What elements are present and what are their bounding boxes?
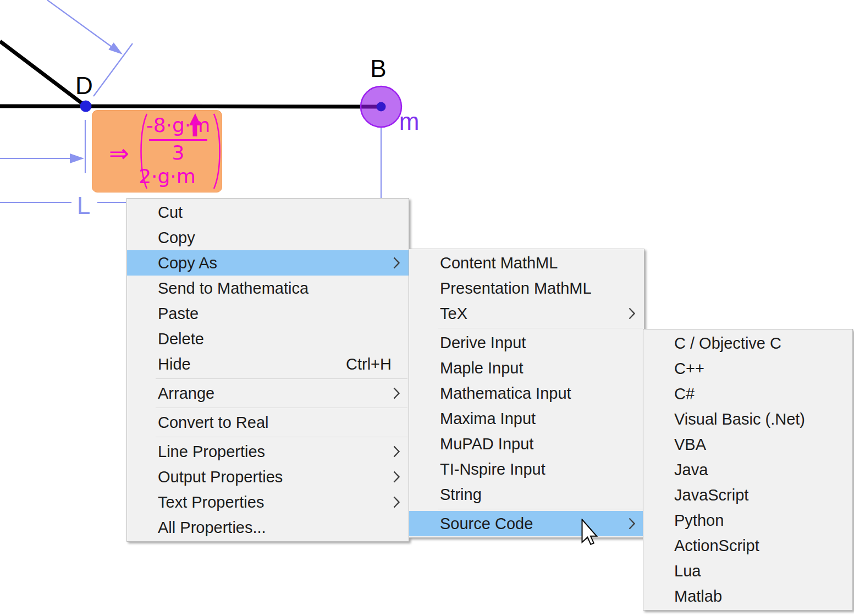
menu-item-c[interactable]: C# bbox=[643, 381, 852, 406]
menu-item-python[interactable]: Python bbox=[643, 508, 852, 533]
copy-as-submenu: Content MathML Presentation MathML TeX D… bbox=[409, 249, 644, 538]
menu-item-line-properties[interactable]: Line Properties bbox=[127, 439, 409, 464]
horizontal-beam[interactable] bbox=[0, 106, 381, 107]
menu-item-delete[interactable]: Delete bbox=[127, 326, 409, 351]
menu-item-presentation-mathml[interactable]: Presentation MathML bbox=[409, 276, 644, 301]
submenu-chevron-icon bbox=[393, 257, 400, 269]
menu-item-source-code[interactable]: Source Code bbox=[409, 511, 644, 536]
menu-item-lua[interactable]: Lua bbox=[643, 558, 852, 584]
implies-symbol: ⇒ bbox=[109, 141, 129, 166]
shortcut-label: Ctrl+H bbox=[346, 351, 392, 377]
menu-item-ti-nspire-input[interactable]: TI-Nspire Input bbox=[409, 457, 644, 482]
mouse-cursor-icon bbox=[581, 519, 598, 546]
menu-item-output-properties[interactable]: Output Properties bbox=[127, 464, 409, 490]
length-label: L bbox=[77, 192, 90, 219]
menu-item-cut[interactable]: Cut bbox=[127, 200, 409, 225]
menu-item-visual-basic-net[interactable]: Visual Basic (.Net) bbox=[643, 406, 852, 432]
horizontal-dimension-arrow bbox=[0, 120, 85, 173]
menu-item-convert-to-real[interactable]: Convert to Real bbox=[127, 410, 409, 435]
submenu-chevron-icon bbox=[393, 496, 400, 508]
menu-item-paste[interactable]: Paste bbox=[127, 301, 409, 326]
menu-item-string[interactable]: String bbox=[409, 482, 644, 507]
menu-item-text-properties[interactable]: Text Properties bbox=[127, 490, 409, 515]
submenu-chevron-icon bbox=[393, 471, 400, 483]
menu-item-actionscript[interactable]: ActionScript bbox=[643, 533, 852, 558]
menu-item-java[interactable]: Java bbox=[643, 457, 852, 482]
submenu-chevron-icon bbox=[393, 387, 400, 399]
menu-item-derive-input[interactable]: Derive Input bbox=[409, 330, 644, 355]
submenu-chevron-icon bbox=[629, 307, 636, 320]
menu-item-copy-as[interactable]: Copy As bbox=[127, 250, 409, 276]
submenu-chevron-icon bbox=[393, 446, 400, 458]
menu-item-c[interactable]: C++ bbox=[643, 356, 852, 381]
point-d-label: D bbox=[75, 72, 93, 99]
menu-item-matlab[interactable]: Matlab bbox=[643, 584, 852, 609]
menu-item-c-objective-c[interactable]: C / Objective C bbox=[643, 331, 852, 356]
selected-result-box[interactable]: ⇒ -8·g·m 3 2·g·m bbox=[92, 110, 222, 193]
context-menu: Cut Copy Copy As Send to Mathematica Pas… bbox=[126, 198, 409, 542]
source-code-submenu: C / Objective C C++ C# Visual Basic (.Ne… bbox=[643, 329, 853, 610]
menu-item-maxima-input[interactable]: Maxima Input bbox=[409, 406, 644, 431]
fraction-denominator: 3 bbox=[141, 142, 216, 163]
menu-item-maple-input[interactable]: Maple Input bbox=[409, 355, 644, 381]
mass-label: m bbox=[399, 108, 420, 135]
menu-separator bbox=[156, 378, 407, 379]
menu-item-copy[interactable]: Copy bbox=[127, 225, 409, 250]
menu-item-tex[interactable]: TeX bbox=[409, 301, 644, 326]
joint-dot-d[interactable] bbox=[80, 101, 92, 112]
fraction-numerator: -8·g·m bbox=[141, 115, 216, 136]
menu-separator bbox=[438, 328, 643, 328]
menu-item-hide[interactable]: Hide Ctrl+H bbox=[127, 351, 409, 377]
menu-separator bbox=[156, 408, 407, 408]
menu-item-all-properties[interactable]: All Properties... bbox=[127, 515, 409, 540]
menu-separator bbox=[156, 437, 407, 437]
pulley-axle-dot bbox=[377, 102, 386, 112]
menu-item-arrange[interactable]: Arrange bbox=[127, 381, 409, 406]
menu-separator bbox=[438, 509, 643, 509]
menu-item-vba[interactable]: VBA bbox=[643, 432, 852, 457]
menu-item-javascript[interactable]: JavaScript bbox=[643, 482, 852, 508]
point-b-label: B bbox=[370, 55, 386, 82]
menu-item-mupad-input[interactable]: MuPAD Input bbox=[409, 431, 644, 457]
fraction-bar bbox=[149, 139, 207, 141]
menu-item-content-mathml[interactable]: Content MathML bbox=[409, 250, 644, 276]
submenu-chevron-icon bbox=[629, 518, 636, 530]
menu-item-send-to-mathematica[interactable]: Send to Mathematica bbox=[127, 276, 409, 301]
diagonal-beam[interactable] bbox=[0, 41, 86, 106]
menu-item-mathematica-input[interactable]: Mathematica Input bbox=[409, 381, 644, 406]
vector-second-component: 2·g·m bbox=[134, 166, 200, 187]
